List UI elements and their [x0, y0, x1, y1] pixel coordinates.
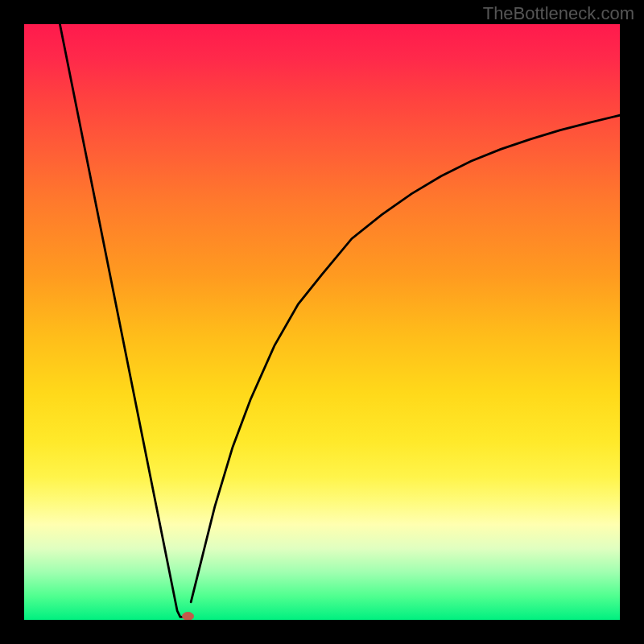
curve-right-segment [191, 115, 620, 602]
minimum-marker [183, 613, 194, 620]
chart-svg [24, 24, 620, 620]
curve-left-segment [60, 24, 188, 617]
watermark-text: TheBottleneck.com [483, 3, 634, 24]
plot-area [24, 24, 620, 620]
